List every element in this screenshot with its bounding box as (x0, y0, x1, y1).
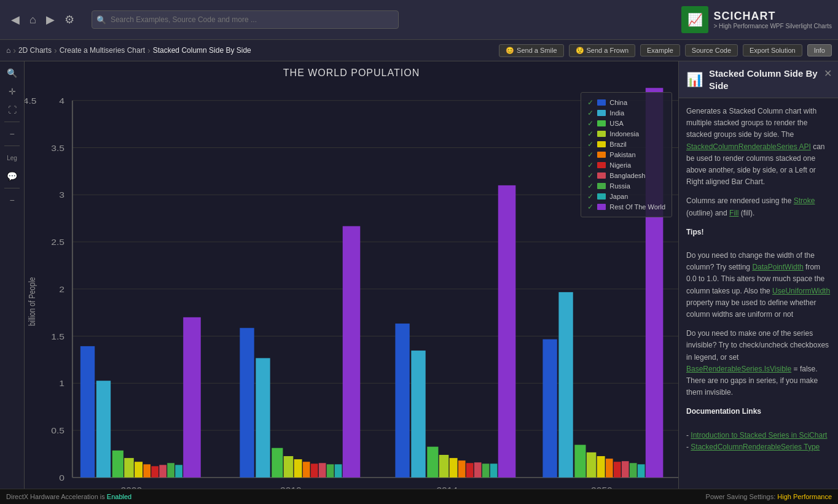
legend-color-china (597, 99, 606, 106)
send-smile-button[interactable]: 😊 Send a Smile (499, 44, 563, 57)
legend-label-russia: Russia (609, 182, 630, 190)
frown-icon: 😟 (576, 47, 584, 55)
zoom-tool-button[interactable]: 🔍 (2, 64, 22, 82)
example-button[interactable]: Example (640, 44, 680, 56)
logo-text: SCICHART (713, 10, 832, 23)
info-panel-title: Stacked Column Side By Side (709, 68, 831, 91)
svg-rect-25 (124, 458, 134, 478)
info-columns-text: Columns are rendered using the (686, 196, 791, 205)
info-tip2-section: Do you need to make one of the series in… (686, 328, 831, 398)
info-doc-link2[interactable]: StackedColumnRenderableSeries Type (691, 443, 820, 451)
tip2-text: Do you need to make one of the series in… (686, 329, 829, 361)
svg-rect-64 (614, 462, 621, 478)
info-tips-section: Tips! Do you need to change the width of… (686, 227, 831, 321)
chart-title: THE WORLD POPULATION (25, 61, 678, 82)
info-doc-link1[interactable]: Introduction to Stacked Series in SciCha… (691, 431, 827, 440)
info-stroke-link[interactable]: Stroke (794, 196, 815, 205)
svg-rect-51 (458, 460, 466, 478)
legend-item-china[interactable]: ✓ China (587, 98, 665, 107)
toolbar-separator-2 (4, 145, 20, 146)
svg-rect-48 (427, 447, 438, 478)
zoom-out-button[interactable]: − (2, 125, 22, 142)
settings-button[interactable]: ⚙ (60, 10, 79, 29)
info-doc-section: Documentation Links - Introduction to St… (686, 406, 831, 453)
legend-item-russia[interactable]: ✓ Russia (587, 182, 665, 190)
info-columns-section: Columns are rendered using the Stroke (o… (686, 195, 831, 219)
svg-rect-31 (175, 465, 182, 477)
svg-text:2: 2 (59, 285, 65, 293)
svg-rect-56 (498, 185, 516, 478)
legend-check-indonesia: ✓ (587, 130, 593, 138)
svg-rect-46 (395, 324, 409, 478)
svg-rect-44 (343, 226, 361, 477)
svg-rect-26 (135, 462, 143, 478)
back-button[interactable]: ◀ (6, 10, 25, 29)
legend-color-bangladesh (597, 173, 606, 179)
legend-item-indonesia[interactable]: ✓ Indonesia (587, 130, 665, 138)
legend-item-bangladesh[interactable]: ✓ Bangladesh (587, 171, 665, 180)
toolbar-separator-1 (4, 122, 20, 122)
legend-item-brazil[interactable]: ✓ Brazil (587, 140, 665, 149)
send-frown-button[interactable]: 😟 Send a Frown (569, 44, 635, 57)
legend-color-indonesia (597, 131, 606, 137)
svg-text:3: 3 (59, 191, 65, 200)
legend-label-japan: Japan (609, 193, 628, 200)
legend-button[interactable]: Leg (2, 149, 22, 166)
export-solution-button[interactable]: Export Solution (743, 44, 802, 56)
legend-label-indonesia: Indonesia (609, 130, 639, 138)
info-isvisible-link[interactable]: BaseRenderableSeries.IsVisible (686, 365, 791, 373)
info-button[interactable]: Info (807, 44, 832, 56)
info-api-link[interactable]: StackedColumnRenderableSeries API (686, 142, 811, 151)
svg-rect-24 (112, 451, 123, 478)
minus-button[interactable]: − (2, 192, 22, 209)
legend-item-india[interactable]: ✓ India (587, 109, 665, 117)
svg-text:4.5: 4.5 (25, 96, 37, 105)
breadcrumb-home-icon[interactable]: ⌂ (6, 46, 10, 55)
svg-text:4: 4 (59, 96, 65, 105)
source-code-button[interactable]: Source Code (685, 44, 738, 56)
svg-rect-60 (574, 445, 585, 478)
example-label: Example (647, 47, 673, 54)
svg-rect-27 (143, 464, 151, 477)
svg-rect-39 (303, 462, 310, 478)
pan-tool-button[interactable]: ✛ (2, 83, 22, 100)
info-fill-link[interactable]: Fill (729, 209, 738, 217)
zoom-extents-button[interactable]: ⛶ (2, 101, 22, 118)
status-right: Power Saving Settings: High Performance (706, 493, 832, 500)
info-uniform-link[interactable]: UseUniformWidth (772, 287, 830, 295)
legend-label-brazil: Brazil (609, 141, 627, 148)
svg-rect-32 (183, 317, 201, 478)
svg-rect-65 (622, 461, 629, 478)
status-left: DirectX Hardware Acceleration is Enabled (6, 493, 131, 500)
svg-rect-58 (542, 339, 557, 478)
status-bar: DirectX Hardware Acceleration is Enabled… (0, 489, 838, 504)
legend-label-china: China (609, 99, 627, 106)
svg-rect-50 (450, 458, 458, 478)
legend-item-usa[interactable]: ✓ USA (587, 119, 665, 128)
info-desc-text: Generates a Stacked Column chart with mu… (686, 107, 816, 139)
info-panel: 📊 Stacked Column Side By Side ✕ Generate… (678, 61, 838, 489)
legend-item-nigeria[interactable]: ✓ Nigeria (587, 161, 665, 169)
svg-rect-41 (319, 463, 326, 478)
legend-item-japan[interactable]: ✓ Japan (587, 192, 665, 201)
legend-item-rest[interactable]: ✓ Rest Of The World (587, 203, 665, 211)
legend-label-bangladesh: Bangladesh (609, 172, 645, 179)
export-label: Export Solution (750, 47, 796, 54)
forward-button[interactable]: ▶ (41, 10, 60, 29)
panel-chart-icon: 📊 (686, 72, 703, 88)
info-datapoint-link[interactable]: DataPointWidth (752, 263, 803, 271)
breadcrumb-item-0[interactable]: 2D Charts (18, 46, 52, 55)
breadcrumb-item-1[interactable]: Create a Multiseries Chart (60, 46, 145, 55)
legend-item-pakistan[interactable]: ✓ Pakistan (587, 150, 665, 159)
left-toolbar: 🔍 ✛ ⛶ − Leg 💬 − (0, 61, 25, 489)
search-input[interactable] (92, 10, 399, 29)
home-button[interactable]: ⌂ (25, 10, 41, 29)
svg-rect-35 (256, 358, 270, 477)
breadcrumb-sep-0: › (13, 45, 16, 55)
send-frown-label: Send a Frown (587, 47, 628, 54)
legend-check-usa: ✓ (587, 119, 593, 128)
comment-button[interactable]: 💬 (2, 168, 22, 185)
svg-rect-36 (272, 448, 283, 478)
info-panel-close-button[interactable]: ✕ (824, 68, 832, 79)
breadcrumb-sep-1: › (54, 45, 57, 55)
